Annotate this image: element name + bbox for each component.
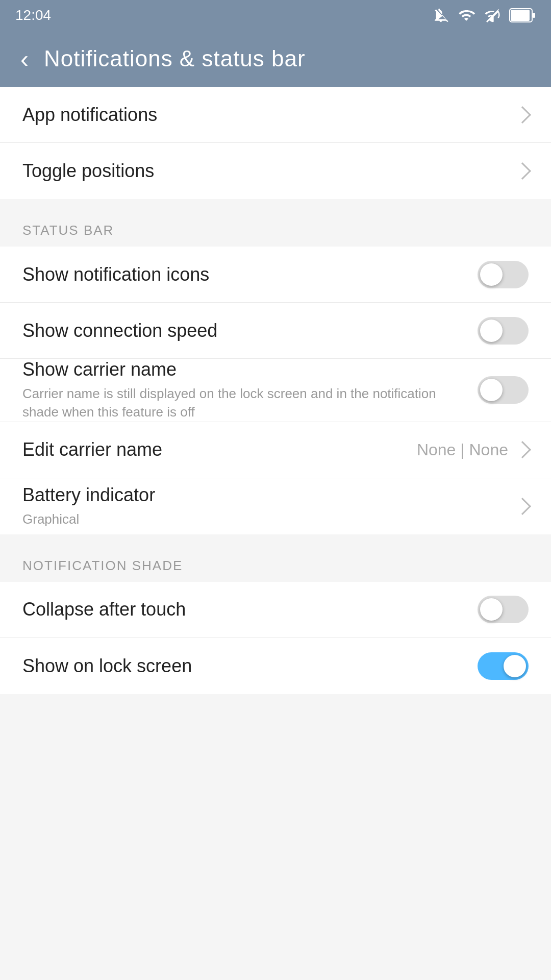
item-title-battery-indicator: Battery indicator [22, 484, 501, 506]
item-title-app-notifications: App notifications [22, 104, 501, 126]
toggle-show-on-lock-screen[interactable] [478, 652, 529, 680]
signal-icon [484, 7, 501, 23]
item-value-edit-carrier-name: None | None [417, 440, 508, 459]
toggle-thumb-show-on-lock-screen [504, 655, 526, 677]
item-right-show-connection-speed [478, 317, 529, 345]
item-right-edit-carrier-name: None | None [417, 440, 529, 459]
battery-icon [509, 8, 536, 22]
chevron-right-icon [514, 441, 531, 458]
settings-item-battery-indicator[interactable]: Battery indicatorGraphical [0, 478, 551, 534]
item-left-app-notifications: App notifications [22, 104, 516, 126]
item-right-toggle-positions [516, 165, 529, 177]
settings-item-collapse-after-touch: Collapse after touch [0, 582, 551, 638]
item-left-show-on-lock-screen: Show on lock screen [22, 655, 478, 677]
toggle-thumb-show-connection-speed [480, 320, 503, 342]
settings-item-show-connection-speed: Show connection speed [0, 303, 551, 359]
svg-rect-2 [533, 13, 535, 18]
section-top: App notificationsToggle positions [0, 87, 551, 199]
settings-item-app-notifications[interactable]: App notifications [0, 87, 551, 143]
item-subtitle-show-carrier-name: Carrier name is still displayed on the l… [22, 384, 462, 422]
bell-muted-icon [433, 7, 449, 23]
item-right-show-on-lock-screen [478, 652, 529, 680]
section-header-status-bar: STATUS BAR [0, 208, 551, 247]
item-right-app-notifications [516, 109, 529, 121]
item-title-show-on-lock-screen: Show on lock screen [22, 655, 462, 677]
item-right-show-carrier-name [478, 376, 529, 404]
toggle-show-carrier-name[interactable] [478, 376, 529, 404]
item-left-show-notification-icons: Show notification icons [22, 264, 478, 285]
item-right-show-notification-icons [478, 261, 529, 288]
item-left-battery-indicator: Battery indicatorGraphical [22, 484, 516, 528]
toggle-thumb-show-carrier-name [480, 379, 503, 401]
settings-item-show-carrier-name: Show carrier nameCarrier name is still d… [0, 359, 551, 422]
section-header-notification-shade: NOTIFICATION SHADE [0, 544, 551, 582]
settings-item-show-notification-icons: Show notification icons [0, 247, 551, 303]
item-left-collapse-after-touch: Collapse after touch [22, 599, 478, 620]
item-title-edit-carrier-name: Edit carrier name [22, 439, 402, 460]
section-notification-shade: NOTIFICATION SHADECollapse after touchSh… [0, 544, 551, 694]
settings-item-toggle-positions[interactable]: Toggle positions [0, 143, 551, 199]
settings-item-show-on-lock-screen: Show on lock screen [0, 638, 551, 694]
chevron-right-icon [514, 162, 531, 180]
toggle-collapse-after-touch[interactable] [478, 596, 529, 623]
chevron-right-icon [514, 106, 531, 124]
item-title-show-carrier-name: Show carrier name [22, 359, 462, 380]
item-subtitle-battery-indicator: Graphical [22, 510, 501, 528]
item-left-show-connection-speed: Show connection speed [22, 320, 478, 341]
item-left-edit-carrier-name: Edit carrier name [22, 439, 417, 460]
item-left-toggle-positions: Toggle positions [22, 160, 516, 182]
item-title-show-notification-icons: Show notification icons [22, 264, 462, 285]
app-bar: ‹ Notifications & status bar [0, 31, 551, 87]
page-title: Notifications & status bar [44, 46, 306, 71]
status-bar: 12:04 [0, 0, 551, 31]
toggle-thumb-collapse-after-touch [480, 598, 503, 621]
toggle-thumb-show-notification-icons [480, 263, 503, 286]
status-icons [433, 7, 536, 23]
item-title-toggle-positions: Toggle positions [22, 160, 501, 182]
settings-item-edit-carrier-name[interactable]: Edit carrier nameNone | None [0, 422, 551, 478]
chevron-right-icon [514, 498, 531, 515]
item-left-show-carrier-name: Show carrier nameCarrier name is still d… [22, 359, 478, 422]
settings-content: App notificationsToggle positionsSTATUS … [0, 87, 551, 694]
back-button[interactable]: ‹ [20, 45, 29, 73]
item-right-collapse-after-touch [478, 596, 529, 623]
wifi-icon [457, 7, 475, 23]
toggle-show-notification-icons[interactable] [478, 261, 529, 288]
item-title-collapse-after-touch: Collapse after touch [22, 599, 462, 620]
section-status-bar: STATUS BARShow notification iconsShow co… [0, 208, 551, 534]
item-right-battery-indicator [516, 500, 529, 512]
toggle-show-connection-speed[interactable] [478, 317, 529, 345]
status-time: 12:04 [15, 7, 51, 23]
item-title-show-connection-speed: Show connection speed [22, 320, 462, 341]
svg-rect-1 [511, 10, 530, 21]
